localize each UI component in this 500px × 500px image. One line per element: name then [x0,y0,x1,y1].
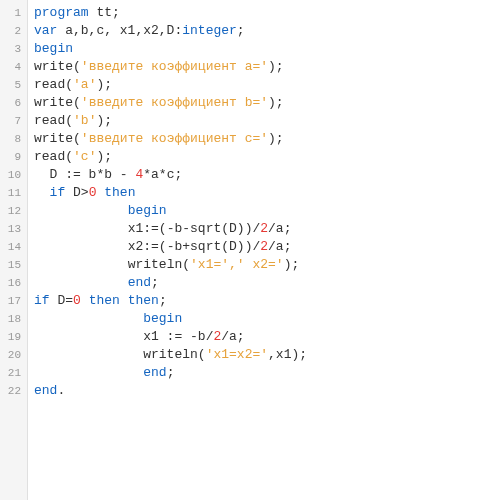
line-number[interactable]: 19 [0,328,27,346]
code-line[interactable]: end; [34,274,500,292]
code-line[interactable]: if D>0 then [34,184,500,202]
code-line[interactable]: read('a'); [34,76,500,94]
line-number[interactable]: 9 [0,148,27,166]
line-number[interactable]: 18 [0,310,27,328]
line-number[interactable]: 5 [0,76,27,94]
token-keyword: end [34,383,57,398]
line-number[interactable]: 20 [0,346,27,364]
token-keyword: integer [182,23,237,38]
token-ident: writeln( [128,257,190,272]
line-number[interactable]: 1 [0,4,27,22]
token-ident: write [34,95,73,110]
token-number: 2 [260,239,268,254]
code-line[interactable]: var a,b,c, x1,x2,D:integer; [34,22,500,40]
code-line[interactable]: writeln('x1=',' x2='); [34,256,500,274]
token-punct: ( [73,95,81,110]
token-punct: ); [284,257,300,272]
token-keyword: then [104,185,135,200]
code-line[interactable]: end; [34,364,500,382]
line-number[interactable]: 11 [0,184,27,202]
token-ident: write [34,59,73,74]
code-line[interactable]: x1:=(-b-sqrt(D))/2/a; [34,220,500,238]
code-line[interactable]: program tt; [34,4,500,22]
token-punct: ( [65,77,73,92]
token-number: 2 [260,221,268,236]
token-ident: D= [50,293,73,308]
token-ident [81,293,89,308]
token-ident: a,b,c, x1,x2,D: [57,23,182,38]
token-punct: ); [96,113,112,128]
token-punct: ( [65,149,73,164]
code-editor-area[interactable]: program tt;var a,b,c, x1,x2,D:integer;be… [28,0,500,500]
token-string: 'b' [73,113,96,128]
line-number[interactable]: 4 [0,58,27,76]
code-line[interactable]: if D=0 then then; [34,292,500,310]
line-number[interactable]: 3 [0,40,27,58]
token-keyword: end [143,365,166,380]
token-punct: ( [73,59,81,74]
line-number[interactable]: 17 [0,292,27,310]
token-punct: . [57,383,65,398]
token-punct: ( [65,113,73,128]
token-keyword: if [50,185,66,200]
token-string: 'x1=',' [190,257,245,272]
token-ident: x2:=(-b+sqrt(D))/ [128,239,261,254]
token-string: x2=' [245,257,284,272]
token-ident: x1 := -b/ [143,329,213,344]
code-line[interactable]: begin [34,310,500,328]
token-keyword: begin [34,41,73,56]
token-punct: ; [167,365,175,380]
line-number[interactable]: 6 [0,94,27,112]
token-keyword: end [128,275,151,290]
line-number[interactable]: 13 [0,220,27,238]
token-ident: /a; [268,221,291,236]
token-ident: read [34,149,65,164]
token-ident: x1:=(-b-sqrt(D))/ [128,221,261,236]
token-keyword: then [89,293,120,308]
line-number[interactable]: 12 [0,202,27,220]
code-line[interactable]: x1 := -b/2/a; [34,328,500,346]
token-ident [120,293,128,308]
token-ident: write [34,131,73,146]
token-punct: ); [268,131,284,146]
line-number[interactable]: 10 [0,166,27,184]
token-string: 'a' [73,77,96,92]
code-line[interactable]: writeln('x1=x2=',x1); [34,346,500,364]
code-line[interactable]: x2:=(-b+sqrt(D))/2/a; [34,238,500,256]
token-punct: ); [268,59,284,74]
code-line[interactable]: begin [34,202,500,220]
code-line[interactable]: read('c'); [34,148,500,166]
code-line[interactable]: write('введите коэффициент b='); [34,94,500,112]
line-number[interactable]: 16 [0,274,27,292]
code-line[interactable]: D := b*b - 4*a*c; [34,166,500,184]
token-keyword: if [34,293,50,308]
code-line[interactable]: write('введите коэффициент c='); [34,130,500,148]
token-keyword: then [128,293,159,308]
token-string: 'c' [73,149,96,164]
line-number[interactable]: 8 [0,130,27,148]
code-line[interactable]: write('введите коэффициент a='); [34,58,500,76]
line-number[interactable]: 15 [0,256,27,274]
line-number[interactable]: 22 [0,382,27,400]
code-line[interactable]: end. [34,382,500,400]
token-keyword: var [34,23,57,38]
token-string: 'введите коэффициент b=' [81,95,268,110]
line-number-gutter: 12345678910111213141516171819202122 [0,0,28,500]
line-number[interactable]: 7 [0,112,27,130]
code-line[interactable]: read('b'); [34,112,500,130]
token-string: 'x1=x2=' [206,347,268,362]
line-number[interactable]: 14 [0,238,27,256]
token-ident: writeln( [143,347,205,362]
line-number[interactable]: 2 [0,22,27,40]
token-string: 'введите коэффициент c=' [81,131,268,146]
token-ident: /a; [221,329,244,344]
token-punct: ; [159,293,167,308]
code-line[interactable]: begin [34,40,500,58]
token-ident: read [34,113,65,128]
token-punct: ); [96,149,112,164]
token-ident: tt [96,5,112,20]
line-number[interactable]: 21 [0,364,27,382]
token-number: 0 [73,293,81,308]
token-punct: ; [151,275,159,290]
token-punct: ); [268,95,284,110]
